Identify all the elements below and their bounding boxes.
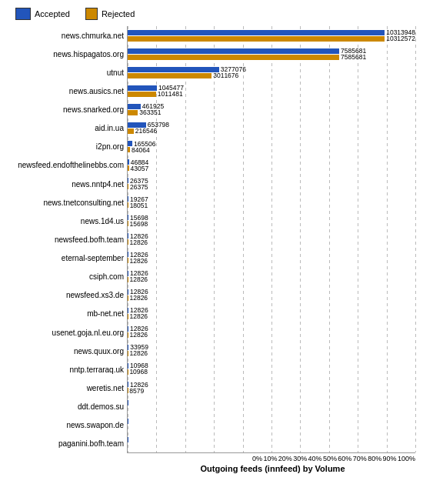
bar-row-accepted: 12826 bbox=[128, 233, 415, 239]
y-label: ddt.demos.su bbox=[8, 401, 124, 413]
bar-rejected-label: 8579 bbox=[129, 387, 144, 395]
bar-accepted bbox=[128, 85, 157, 91]
bar-group: 1282612826 bbox=[128, 306, 415, 320]
bar-group: 1569815698 bbox=[128, 214, 415, 228]
bar-accepted bbox=[128, 67, 219, 72]
bar-accepted bbox=[128, 30, 385, 35]
bar-group: 461925363351 bbox=[128, 102, 415, 116]
bar-row-rejected: 26375 bbox=[128, 184, 415, 189]
bar-row-rejected: 84064 bbox=[128, 147, 415, 152]
bar-rejected bbox=[128, 202, 128, 208]
y-label: news.swapon.de bbox=[8, 419, 124, 432]
x-axis-label: 80% bbox=[368, 455, 381, 462]
y-label: news.tnetconsulting.net bbox=[8, 196, 124, 209]
y-label: newsfeed.endofthelinebbs.com bbox=[8, 159, 124, 172]
y-label: usenet.goja.nl.eu.org bbox=[8, 326, 124, 339]
bar-group: 1031394810312572 bbox=[128, 28, 415, 42]
bar-rejected bbox=[128, 184, 128, 189]
bar-row-accepted: 19267 bbox=[128, 196, 415, 202]
bar-accepted bbox=[128, 382, 128, 387]
bar-accepted bbox=[128, 400, 128, 406]
x-axis-label: 90% bbox=[383, 455, 397, 462]
bar-row-rejected: 12826 bbox=[128, 332, 415, 338]
bar-group: 10454771011481 bbox=[128, 84, 415, 98]
bar-row-rejected: 363351 bbox=[128, 110, 415, 115]
bar-rejected-label: 3011676 bbox=[213, 72, 238, 79]
y-label: eternal-september bbox=[8, 252, 124, 265]
bar-group: 4688443057 bbox=[128, 159, 415, 172]
bar-accepted bbox=[128, 437, 128, 442]
y-label: newsfeed.bofh.team bbox=[8, 233, 124, 245]
bar-rejected-label: 12826 bbox=[129, 239, 148, 246]
legend-rejected-label: Rejected bbox=[102, 9, 135, 18]
legend-rejected-icon bbox=[85, 8, 98, 20]
x-axis-label: 50% bbox=[323, 455, 337, 462]
bar-group: 1282612826 bbox=[128, 251, 415, 265]
bar-row-rejected: 18051 bbox=[128, 202, 415, 208]
bar-accepted bbox=[128, 308, 128, 313]
bar-row-rejected: 10312572 bbox=[128, 36, 415, 42]
bar-row-accepted bbox=[128, 400, 415, 406]
bar-row-accepted: 26375 bbox=[128, 178, 415, 183]
legend-accepted: Accepted bbox=[15, 8, 70, 20]
y-label: newsfeed.xs3.de bbox=[8, 289, 124, 302]
bar-rejected bbox=[128, 221, 128, 226]
bar-row-rejected: 15698 bbox=[128, 221, 415, 226]
x-axis-label: 60% bbox=[338, 455, 351, 462]
bar-group: 128268579 bbox=[128, 381, 415, 395]
x-axis-label: 70% bbox=[353, 455, 367, 462]
bar-row-rejected: 3011676 bbox=[128, 73, 415, 78]
bar-row-accepted: 653798 bbox=[128, 122, 415, 128]
bar-row-rejected: 1011481 bbox=[128, 92, 415, 97]
bar-group: 1282612826 bbox=[128, 269, 415, 283]
y-label: paganini.bofh.team bbox=[8, 438, 124, 450]
bar-rejected bbox=[128, 147, 130, 152]
bar-group bbox=[128, 418, 415, 432]
chart-container: Accepted Rejected news.chmurka.netnews.h… bbox=[0, 0, 423, 504]
x-axis-label: 20% bbox=[278, 455, 292, 462]
bar-row-accepted: 3277076 bbox=[128, 67, 415, 72]
bar-rejected-label: 10968 bbox=[129, 368, 148, 375]
bar-rejected-label: 12826 bbox=[129, 275, 148, 283]
bar-rejected bbox=[128, 129, 134, 134]
legend-accepted-icon bbox=[15, 8, 31, 20]
bar-row-accepted: 12826 bbox=[128, 326, 415, 332]
bar-rejected-label: 43057 bbox=[131, 165, 149, 172]
bar-group: 1096810968 bbox=[128, 362, 415, 375]
bar-accepted bbox=[128, 363, 128, 369]
bar-row-rejected: 12826 bbox=[128, 351, 415, 356]
bar-group: 75856817585681 bbox=[128, 47, 415, 61]
bar-group: 1282612826 bbox=[128, 325, 415, 339]
bar-group bbox=[128, 436, 415, 450]
bar-rejected-label: 12826 bbox=[129, 257, 148, 265]
bar-row-rejected: 7585681 bbox=[128, 55, 415, 60]
grid-line bbox=[415, 26, 416, 452]
bar-row-accepted: 12826 bbox=[128, 308, 415, 313]
bar-row-accepted: 15698 bbox=[128, 215, 415, 220]
x-axis-label: 40% bbox=[308, 455, 322, 462]
bar-rejected-label: 12826 bbox=[129, 349, 148, 357]
bar-group: 3395912826 bbox=[128, 343, 415, 357]
y-label: mb-net.net bbox=[8, 308, 124, 320]
y-label: news.snarked.org bbox=[8, 104, 124, 116]
legend-rejected: Rejected bbox=[85, 8, 135, 20]
bar-rejected bbox=[128, 55, 339, 60]
bar-rejected-label: 1011481 bbox=[158, 90, 183, 98]
bar-row-accepted: 12826 bbox=[128, 252, 415, 257]
y-label: news.hispagatos.org bbox=[8, 48, 124, 60]
y-label: aid.in.ua bbox=[8, 122, 124, 135]
y-label: i2pn.org bbox=[8, 141, 124, 153]
y-label: nntp.terraraq.uk bbox=[8, 363, 124, 375]
y-axis-labels: news.chmurka.netnews.hispagatos.orgutnut… bbox=[8, 26, 127, 453]
y-label: utnut bbox=[8, 66, 124, 78]
bar-rejected-label: 18051 bbox=[130, 202, 148, 209]
bar-row-rejected: 12826 bbox=[128, 258, 415, 263]
x-axis-labels: 0%10%20%30%40%50%60%70%80%90%100% bbox=[252, 453, 415, 462]
bar-group: 2637526375 bbox=[128, 177, 415, 191]
bar-group bbox=[128, 399, 415, 413]
bar-rejected bbox=[128, 165, 129, 171]
bar-rejected bbox=[128, 73, 212, 78]
bar-row-rejected: 10968 bbox=[128, 369, 415, 375]
y-label: news.chmurka.net bbox=[8, 29, 124, 42]
bar-row-accepted: 46884 bbox=[128, 159, 415, 165]
